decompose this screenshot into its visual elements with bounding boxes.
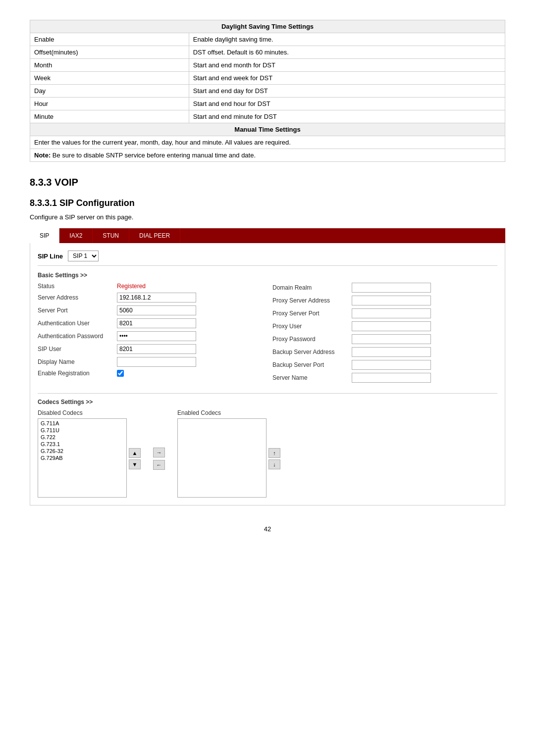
label-proxy-server-address: Proxy Server Address (272, 297, 352, 304)
note-text: Be sure to disable SNTP service before e… (53, 151, 256, 159)
scroll-up-disabled[interactable]: ▲ (129, 448, 141, 458)
settings-grid: Status Registered Server Address Server … (38, 283, 497, 386)
codec-g7231[interactable]: G.723.1 (39, 441, 125, 448)
move-down-enabled[interactable]: ↓ (268, 459, 280, 469)
input-proxy-server-port[interactable] (352, 308, 431, 318)
field-proxy-server-port: Proxy Server Port (272, 308, 492, 318)
codecs-grid: Disabled Codecs G.711A G.711U G.722 G.72… (38, 409, 497, 498)
dst-table: Daylight Saving Time Settings Enable Ena… (30, 20, 505, 162)
disabled-codecs-list[interactable]: G.711A G.711U G.722 G.723.1 G.726-32 G.7… (38, 418, 127, 498)
checkbox-enable-registration[interactable] (117, 370, 124, 377)
label-proxy-server-port: Proxy Server Port (272, 310, 352, 317)
manual-time-title: Manual Time Settings (30, 123, 505, 136)
dst-day-label: Day (30, 85, 189, 98)
dst-week-desc: Start and end week for DST (189, 72, 505, 85)
input-server-address[interactable] (117, 293, 196, 302)
sip-line-label: SIP Line (38, 252, 63, 260)
move-left-arrow[interactable]: ← (153, 460, 165, 470)
sip-line-select[interactable]: SIP 1 (68, 251, 99, 261)
note-keyword: Note: (34, 151, 51, 159)
dst-week-label: Week (30, 72, 189, 85)
input-proxy-user[interactable] (352, 321, 431, 331)
input-domain-realm[interactable] (352, 283, 431, 293)
enabled-codecs-label: Enabled Codecs (177, 409, 280, 416)
input-backup-server-address[interactable] (352, 347, 431, 357)
codec-g722[interactable]: G.722 (39, 434, 125, 441)
input-proxy-server-address[interactable] (352, 296, 431, 305)
field-proxy-server-address: Proxy Server Address (272, 296, 492, 305)
field-enable-registration: Enable Registration (38, 370, 263, 377)
enabled-codecs-list[interactable] (177, 418, 267, 498)
label-server-port: Server Port (38, 307, 117, 314)
field-display-name: Display Name (38, 357, 263, 367)
input-backup-server-port[interactable] (352, 360, 431, 370)
label-sip-user: SIP User (38, 346, 117, 353)
input-auth-password[interactable] (117, 331, 196, 341)
codec-g711a[interactable]: G.711A (39, 420, 125, 427)
codec-transfer-arrows: → ← (151, 419, 167, 498)
field-status: Status Registered (38, 283, 263, 290)
input-sip-user[interactable] (117, 344, 196, 354)
sip-config-heading: 8.3.3.1 SIP Configuration (30, 198, 505, 208)
move-right-arrow[interactable]: → (153, 448, 165, 457)
tab-iax2[interactable]: IAX2 (59, 228, 93, 243)
label-display-name: Display Name (38, 358, 117, 365)
input-proxy-password[interactable] (352, 334, 431, 344)
field-server-port: Server Port (38, 305, 263, 315)
tab-dial-peer[interactable]: DIAL PEER (129, 228, 180, 243)
enabled-codecs-col: Enabled Codecs ↑ ↓ (177, 409, 280, 498)
dst-offset-label: Offset(minutes) (30, 46, 189, 59)
manual-time-desc: Enter the values for the current year, m… (30, 136, 505, 149)
codec-g711u[interactable]: G.711U (39, 427, 125, 434)
right-settings-col: Domain Realm Proxy Server Address Proxy … (268, 283, 497, 386)
dst-enable-label: Enable (30, 33, 189, 46)
left-settings-col: Status Registered Server Address Server … (38, 283, 268, 386)
field-proxy-user: Proxy User (272, 321, 492, 331)
dst-enable-desc: Enable daylight saving time. (189, 33, 505, 46)
tab-stun[interactable]: STUN (93, 228, 129, 243)
page-number: 42 (30, 525, 505, 533)
tab-content: SIP Line SIP 1 Basic Settings >> Status … (30, 243, 505, 505)
field-auth-password: Authentication Password (38, 331, 263, 341)
field-backup-server-port: Backup Server Port (272, 360, 492, 370)
tab-sip[interactable]: SIP (30, 228, 59, 243)
sip-config-desc: Configure a SIP server on this page. (30, 213, 505, 221)
input-auth-user[interactable] (117, 318, 196, 328)
dst-minute-label: Minute (30, 110, 189, 123)
input-server-name[interactable] (352, 373, 431, 383)
dst-minute-desc: Start and end minute for DST (189, 110, 505, 123)
value-status: Registered (117, 283, 146, 290)
dst-hour-label: Hour (30, 98, 189, 110)
label-backup-server-port: Backup Server Port (272, 361, 352, 368)
move-up-enabled[interactable]: ↑ (268, 448, 280, 458)
voip-heading: 8.3.3 VOIP (30, 177, 505, 188)
basic-settings-label: Basic Settings >> (38, 272, 497, 279)
label-proxy-user: Proxy User (272, 323, 352, 330)
label-auth-user: Authentication User (38, 320, 117, 327)
field-domain-realm: Domain Realm (272, 283, 492, 293)
scroll-down-disabled[interactable]: ▼ (129, 459, 141, 469)
label-enable-registration: Enable Registration (38, 370, 117, 377)
codecs-settings-label: Codecs Settings >> (38, 399, 497, 405)
dst-hour-desc: Start and end hour for DST (189, 98, 505, 110)
label-server-address: Server Address (38, 294, 117, 301)
label-status: Status (38, 283, 117, 290)
dst-day-desc: Start and end day for DST (189, 85, 505, 98)
field-backup-server-address: Backup Server Address (272, 347, 492, 357)
dst-table-title: Daylight Saving Time Settings (30, 20, 505, 33)
field-server-address: Server Address (38, 293, 263, 302)
label-server-name: Server Name (272, 374, 352, 381)
dst-month-desc: Start and end month for DST (189, 59, 505, 72)
label-domain-realm: Domain Realm (272, 284, 352, 291)
label-auth-password: Authentication Password (38, 333, 117, 340)
field-auth-user: Authentication User (38, 318, 263, 328)
tab-bar: SIP IAX2 STUN DIAL PEER (30, 228, 505, 243)
field-sip-user: SIP User (38, 344, 263, 354)
input-display-name[interactable] (117, 357, 196, 367)
input-server-port[interactable] (117, 305, 196, 315)
manual-time-note: Note: Be sure to disable SNTP service be… (30, 149, 505, 162)
codec-g729ab[interactable]: G.729AB (39, 454, 125, 461)
dst-month-label: Month (30, 59, 189, 72)
codecs-section: Codecs Settings >> Disabled Codecs G.711… (38, 393, 497, 498)
codec-g72632[interactable]: G.726-32 (39, 448, 125, 454)
